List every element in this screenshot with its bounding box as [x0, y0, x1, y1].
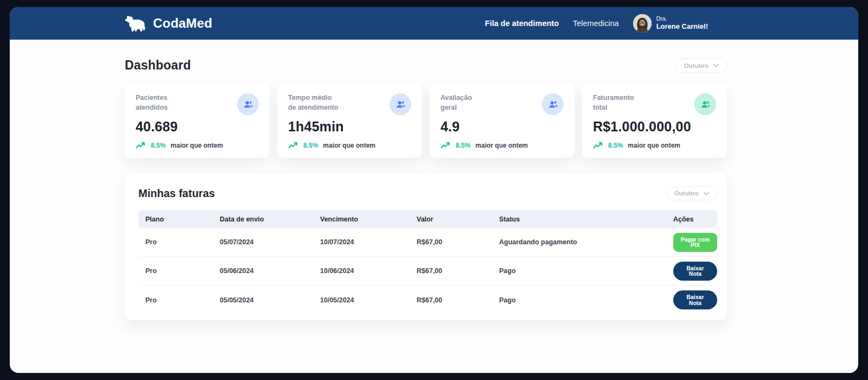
- trend-percent: 8.5%: [151, 142, 165, 149]
- cell-plano: Pro: [138, 238, 213, 246]
- dashboard-period-selector[interactable]: Outubro: [676, 59, 727, 73]
- stat-card-tempo-medio: Tempo médio de atendimento 1h45min 8.5%: [277, 84, 422, 158]
- users-icon: [237, 93, 259, 115]
- users-icon: [390, 93, 411, 115]
- column-header-data-de-envio: Data de envio: [213, 216, 313, 223]
- trend-text: maior que ontem: [323, 142, 375, 149]
- trend-text: maior que ontem: [475, 142, 528, 149]
- stat-trend: 8.5% maior que ontem: [136, 141, 259, 149]
- cell-valor: R$67,00: [410, 267, 492, 275]
- cell-status: Pago: [492, 267, 666, 275]
- main-content: Dashboard Outubro Pacientes atendidos: [10, 40, 858, 320]
- chevron-down-icon: [704, 192, 709, 195]
- cell-status: Aguardando pagamento: [492, 238, 666, 246]
- stat-label: Pacientes atendidos: [136, 93, 168, 112]
- user-meta: Dra. Lorene Carniel!: [656, 15, 708, 31]
- user-name: Lorene Carniel!: [656, 22, 708, 31]
- invoices-period-selector[interactable]: Outubro: [666, 186, 717, 200]
- pagar-com-pix-button[interactable]: Pagar com PIX: [673, 233, 717, 252]
- user-profile-chip[interactable]: Dra. Lorene Carniel!: [633, 14, 708, 33]
- stat-label: Faturamento total: [593, 93, 634, 112]
- chevron-down-icon: [713, 64, 719, 67]
- invoices-panel: Minhas faturas Outubro Plano Data de env…: [125, 173, 727, 320]
- stat-card-faturamento-total: Faturamento total R$1.000.000,00 8.5%: [582, 84, 727, 158]
- cell-data-de-envio: 05/06/2024: [213, 267, 313, 275]
- cell-data-de-envio: 05/07/2024: [213, 238, 313, 246]
- bear-icon: [125, 15, 148, 32]
- trend-percent: 8.5%: [456, 142, 470, 149]
- table-header-row: Plano Data de envio Vencimento Valor Sta…: [138, 210, 717, 228]
- table-row: Pro 05/07/2024 10/07/2024 R$67,00 Aguard…: [138, 228, 717, 257]
- users-icon: [694, 93, 716, 115]
- stat-value: 40.689: [136, 119, 259, 135]
- app-window: CodaMed Fila de atendimento Telemedicina: [10, 7, 858, 373]
- column-header-plano: Plano: [138, 216, 213, 223]
- cell-vencimento: 10/06/2024: [313, 267, 410, 275]
- cell-data-de-envio: 05/05/2024: [213, 296, 313, 304]
- stat-label: Avaliação geral: [441, 93, 472, 112]
- nav-link-telemedicina[interactable]: Telemedicina: [573, 19, 619, 28]
- trend-percent: 8.5%: [303, 142, 318, 149]
- trend-up-icon: [136, 141, 146, 149]
- stat-value: 4.9: [441, 119, 564, 135]
- trend-text: maior que ontem: [170, 142, 223, 149]
- column-header-valor: Valor: [410, 216, 492, 223]
- stat-trend: 8.5% maior que ontem: [593, 141, 716, 149]
- table-row: Pro 05/06/2024 10/06/2024 R$67,00 Pago B…: [138, 257, 717, 286]
- avatar: [633, 14, 652, 33]
- trend-text: maior que ontem: [628, 142, 680, 149]
- cell-vencimento: 10/07/2024: [313, 238, 410, 246]
- baixar-nota-button[interactable]: Baixar Nota: [673, 290, 717, 309]
- stat-card-avaliacao-geral: Avaliação geral 4.9 8.5% maior que: [430, 84, 575, 158]
- stat-label: Tempo médio de atendimento: [288, 93, 338, 112]
- baixar-nota-button[interactable]: Baixar Nota: [673, 262, 717, 281]
- cell-plano: Pro: [138, 296, 213, 304]
- invoices-title: Minhas faturas: [138, 187, 215, 200]
- users-icon: [542, 93, 564, 115]
- column-header-vencimento: Vencimento: [313, 216, 410, 223]
- brand-logo[interactable]: CodaMed: [125, 15, 212, 32]
- navbar-right: Fila de atendimento Telemedicina: [485, 14, 708, 33]
- stat-card-pacientes-atendidos: Pacientes atendidos 40.689 8.5% mai: [125, 84, 270, 158]
- navbar: CodaMed Fila de atendimento Telemedicina: [10, 7, 858, 40]
- column-header-status: Status: [492, 216, 666, 223]
- stats-row: Pacientes atendidos 40.689 8.5% mai: [125, 84, 727, 158]
- cell-valor: R$67,00: [410, 238, 492, 246]
- dashboard-header: Dashboard Outubro: [125, 58, 727, 73]
- cell-status: Pago: [492, 296, 666, 304]
- cell-plano: Pro: [138, 267, 213, 275]
- dashboard-period-value: Outubro: [684, 62, 709, 69]
- table-row: Pro 05/05/2024 10/05/2024 R$67,00 Pago B…: [138, 286, 717, 314]
- invoices-table: Plano Data de envio Vencimento Valor Sta…: [138, 210, 717, 314]
- trend-up-icon: [593, 141, 603, 149]
- trend-percent: 8.5%: [608, 142, 623, 149]
- cell-valor: R$67,00: [410, 296, 492, 304]
- page-title: Dashboard: [125, 58, 191, 73]
- invoices-period-value: Outubro: [674, 190, 699, 197]
- brand-name: CodaMed: [153, 16, 212, 31]
- stat-trend: 8.5% maior que ontem: [288, 141, 411, 149]
- nav-link-fila-de-atendimento[interactable]: Fila de atendimento: [485, 19, 559, 28]
- trend-up-icon: [441, 141, 451, 149]
- cell-vencimento: 10/05/2024: [313, 296, 410, 304]
- user-title: Dra.: [656, 15, 708, 22]
- stat-value: R$1.000.000,00: [593, 119, 716, 135]
- stat-trend: 8.5% maior que ontem: [441, 141, 564, 149]
- trend-up-icon: [288, 141, 298, 149]
- column-header-acoes: Ações: [666, 216, 717, 223]
- stat-value: 1h45min: [288, 119, 411, 135]
